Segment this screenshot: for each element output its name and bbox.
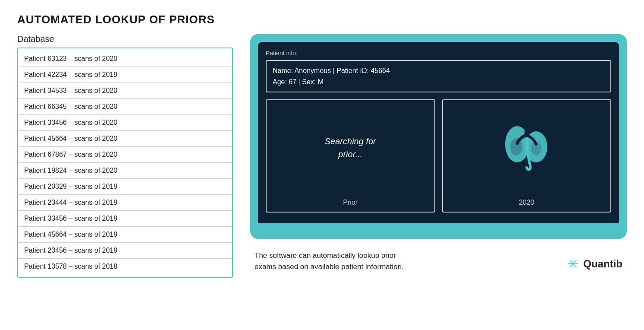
patient-info-line2: Age: 67 | Sex: M (273, 76, 604, 88)
description-text: The software can automatically lookup pr… (254, 250, 404, 272)
db-list-item[interactable]: Patient 45664 – scans of 2019 (18, 227, 232, 243)
page-title: AUTOMATED LOOKUP OF PRIORS (17, 13, 627, 26)
db-list-item[interactable]: Patient 23444 – scans of 2019 (18, 195, 232, 211)
database-list: Patient 63123 – scans of 2020Patient 422… (17, 48, 233, 278)
left-panel: Database Patient 63123 – scans of 2020Pa… (17, 34, 233, 278)
scan-panels: Searching forprior... Prior (266, 99, 611, 213)
patient-info-line1: Name: Anonymous | Patient ID: 45664 (273, 65, 604, 76)
prior-label: Prior (343, 195, 358, 212)
current-scan-panel: 2020 (442, 99, 612, 213)
monitor-wrapper: Patient info: Name: Anonymous | Patient … (250, 34, 627, 239)
svg-point-4 (531, 142, 541, 155)
db-list-item[interactable]: Patient 67867 – scans of 2020 (18, 147, 232, 163)
db-list-item[interactable]: Patient 45664 – scans of 2020 (18, 131, 232, 147)
current-label: 2020 (519, 195, 534, 212)
database-label: Database (17, 34, 233, 44)
lung-icon (501, 117, 553, 178)
stand-neck (404, 223, 473, 233)
db-list-item[interactable]: Patient 33456 – scans of 2020 (18, 115, 232, 131)
db-list-item[interactable]: Patient 33456 – scans of 2019 (18, 211, 232, 227)
db-list-item[interactable]: Patient 42234 – scans of 2019 (18, 67, 232, 83)
db-list-item[interactable]: Patient 19824 – scans of 2020 (18, 163, 232, 179)
svg-point-3 (510, 138, 522, 155)
patient-info-box: Name: Anonymous | Patient ID: 45664 Age:… (266, 60, 611, 92)
monitor-stand (258, 223, 619, 239)
quantib-logo: ✳ Quantib (567, 256, 622, 272)
db-list-item[interactable]: Patient 66345 – scans of 2020 (18, 99, 232, 115)
db-list-item[interactable]: Patient 23456 – scans of 2019 (18, 243, 232, 259)
searching-text: Searching forprior... (325, 135, 376, 161)
db-list-item[interactable]: Patient 63123 – scans of 2020 (18, 51, 232, 67)
db-list-item[interactable]: Patient 20329 – scans of 2019 (18, 179, 232, 195)
current-scan-inner (443, 100, 611, 195)
description-row: The software can automatically lookup pr… (250, 250, 627, 272)
monitor-screen: Patient info: Name: Anonymous | Patient … (258, 42, 619, 223)
quantib-star-icon: ✳ (567, 256, 579, 272)
prior-panel: Searching forprior... Prior (266, 99, 435, 213)
patient-info-label: Patient info: (266, 50, 611, 57)
stand-base (378, 233, 499, 239)
quantib-name: Quantib (583, 258, 622, 270)
right-panel: Patient info: Name: Anonymous | Patient … (250, 34, 627, 272)
prior-panel-inner: Searching forprior... (267, 100, 434, 195)
db-list-item[interactable]: Patient 13578 – scans of 2018 (18, 259, 232, 274)
db-list-item[interactable]: Patient 34533 – scans of 2020 (18, 83, 232, 99)
